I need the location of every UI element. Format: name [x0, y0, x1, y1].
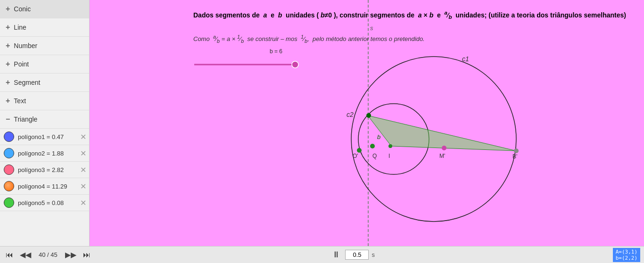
point-top — [366, 113, 371, 118]
label-m-prime: M' — [439, 153, 445, 159]
canvas-svg: c1 c2 b O' Q I M' — [90, 0, 644, 246]
color-circle-1 — [4, 132, 14, 142]
skip-end-button[interactable]: ⏭ — [81, 250, 92, 260]
sidebar-label-line: Line — [14, 24, 26, 31]
label-o-prime: O' — [353, 153, 358, 159]
step-back-button[interactable]: ◀◀ — [18, 249, 33, 260]
polygon-item-2[interactable]: polígono2 = 1.88 ✕ — [0, 145, 89, 162]
step-forward-button[interactable]: ▶▶ — [63, 249, 78, 260]
speed-unit-label: s — [372, 251, 375, 258]
plus-icon: + — [6, 41, 10, 50]
polygon-label-4: polígono4 = 11.29 — [18, 183, 85, 190]
sidebar-label-segment: Segment — [14, 79, 40, 86]
polygon-label-5: polígono5 = 0.08 — [18, 199, 85, 206]
frame-display: 40 / 45 — [36, 250, 60, 259]
c1-label: c1 — [462, 55, 469, 63]
sidebar-item-number[interactable]: + Number — [0, 37, 89, 55]
sidebar-item-triangle[interactable]: − Triangle — [0, 110, 89, 129]
color-circle-3 — [4, 164, 14, 175]
polygon-item-5[interactable]: polígono5 = 0.08 ✕ — [0, 195, 89, 211]
close-icon-4[interactable]: ✕ — [80, 182, 86, 191]
sidebar-label-point: Point — [14, 60, 29, 68]
sidebar-item-conic[interactable]: + Conic — [0, 0, 89, 18]
close-icon-3[interactable]: ✕ — [80, 165, 86, 174]
color-circle-5 — [4, 197, 14, 208]
polygon-label-1: polígono1 = 0.47 — [18, 133, 85, 140]
sidebar-label-text: Text — [14, 97, 26, 105]
b-label: b — [377, 133, 380, 140]
sidebar-item-point[interactable]: + Point — [0, 55, 89, 74]
coords-display: A=(3,1) b=(2,2) — [613, 248, 640, 262]
point-m-prime — [442, 146, 446, 150]
skip-start-button[interactable]: ⏮ — [4, 250, 15, 260]
c2-label: c2 — [347, 111, 354, 118]
sidebar-item-line[interactable]: + Line — [0, 18, 89, 37]
polygon-label-3: polígono3 = 2.82 — [18, 166, 85, 173]
sidebar-label-number: Number — [14, 42, 37, 49]
bottom-toolbar: ⏮ ◀◀ 40 / 45 ▶▶ ⏭ ⏸ s A=(3,1) b=(2,2) — [0, 246, 644, 263]
plus-icon: + — [6, 97, 10, 105]
plus-icon: + — [6, 5, 10, 13]
color-circle-4 — [4, 181, 14, 191]
plus-icon: + — [6, 60, 10, 68]
label-b-prime: B' — [512, 153, 517, 160]
point-b-prime — [514, 148, 519, 153]
color-circle-2 — [4, 148, 14, 158]
sidebar-item-text[interactable]: + Text — [0, 92, 89, 110]
polygon-item-4[interactable]: polígono4 = 11.29 ✕ — [0, 178, 89, 195]
minus-icon: − — [6, 115, 10, 123]
close-icon-1[interactable]: ✕ — [80, 132, 86, 141]
plus-icon: + — [6, 78, 10, 87]
canvas-area[interactable]: s c1 c2 b O' Q — [90, 0, 644, 246]
label-q: Q — [372, 153, 377, 159]
sidebar: + Conic + Line + Number + Point + Segmen… — [0, 0, 90, 246]
slider-thumb — [292, 61, 298, 68]
plus-icon: + — [6, 23, 10, 32]
sidebar-label-conic: Conic — [14, 5, 31, 13]
sidebar-label-triangle: Triangle — [14, 115, 37, 123]
close-icon-5[interactable]: ✕ — [80, 198, 86, 207]
pause-button[interactable]: ⏸ — [330, 249, 342, 261]
point-q — [370, 144, 375, 148]
label-i: I — [388, 153, 390, 159]
point-o-prime — [357, 148, 362, 153]
speed-input[interactable] — [345, 250, 369, 260]
polygon-label-2: polígono2 = 1.88 — [18, 150, 85, 157]
main-container: + Conic + Line + Number + Point + Segmen… — [0, 0, 644, 246]
sidebar-item-segment[interactable]: + Segment — [0, 74, 89, 92]
point-i — [388, 144, 392, 148]
close-icon-2[interactable]: ✕ — [80, 149, 86, 158]
polygon-item-1[interactable]: polígono1 = 0.47 ✕ — [0, 129, 89, 145]
polygon-item-3[interactable]: polígono3 = 2.82 ✕ — [0, 162, 89, 178]
